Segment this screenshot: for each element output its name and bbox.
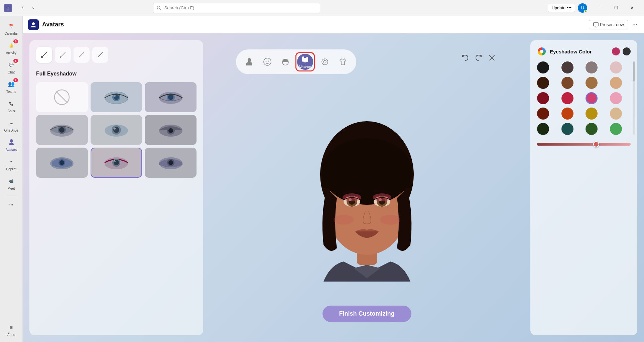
svg-point-39 (114, 160, 116, 162)
sidebar-item-label: Apps (7, 333, 15, 337)
color-option[interactable] (610, 77, 622, 89)
toolbar-btn-body[interactable] (241, 54, 257, 70)
eyeshadow-option-6[interactable] (36, 148, 88, 178)
svg-point-35 (59, 160, 64, 165)
app-header-right: Present now ··· (589, 20, 639, 29)
eyeshadow-option-1[interactable] (91, 82, 142, 112)
color-option[interactable] (586, 123, 598, 135)
minimize-button[interactable]: − (593, 3, 608, 13)
eyeshadow-option-5[interactable] (145, 115, 197, 145)
search-bar[interactable] (153, 3, 320, 13)
color-option[interactable] (537, 61, 549, 73)
sidebar-item-onedrive[interactable]: ☁ OneDrive (0, 116, 22, 135)
svg-point-44 (264, 58, 271, 65)
makeup-tab-4[interactable] (92, 47, 108, 63)
color-option-selected[interactable] (586, 92, 598, 104)
finish-customizing-button[interactable]: Finish Customizing (323, 306, 411, 322)
sidebar-item-teams[interactable]: 👥 2 Teams (0, 77, 22, 96)
svg-point-70 (334, 215, 354, 225)
sidebar-item-label: Teams (6, 90, 16, 94)
svg-point-19 (114, 95, 116, 97)
copilot-icon: ✦ (7, 157, 16, 166)
activity-icon: 🔔 6 (7, 41, 16, 50)
sidebar-bottom: ⊞ Apps (5, 320, 17, 339)
redo-button[interactable] (473, 52, 485, 64)
toolbar-makeup-wrapper: Makeup (295, 52, 315, 71)
search-input[interactable] (164, 5, 316, 10)
eyeshadow-option-8[interactable] (145, 148, 197, 178)
color-option[interactable] (561, 77, 573, 89)
color-option[interactable] (537, 92, 549, 104)
user-avatar[interactable]: U (578, 3, 587, 13)
color-option[interactable] (561, 108, 573, 120)
scrollbar-thumb[interactable] (633, 61, 635, 81)
color-option[interactable] (537, 108, 549, 120)
color-scrollbar[interactable] (633, 61, 635, 135)
sidebar-item-calls[interactable]: 📞 Calls (0, 96, 22, 116)
color-option[interactable] (561, 123, 573, 135)
update-button[interactable]: Update ••• (548, 4, 575, 12)
svg-point-45 (265, 61, 266, 62)
makeup-tab-eyeshadow[interactable] (36, 47, 52, 63)
svg-rect-43 (248, 58, 251, 62)
calls-icon: 📞 (7, 99, 16, 108)
maximize-button[interactable]: ❐ (609, 3, 624, 13)
sidebar-item-chat[interactable]: 💬 5 Chat (0, 57, 22, 77)
color-option[interactable] (586, 77, 598, 89)
sidebar-item-label: Copilot (6, 167, 16, 171)
selected-color-1[interactable] (612, 47, 620, 55)
update-dots: ••• (567, 5, 571, 10)
color-option[interactable] (537, 123, 549, 135)
toolbar-btn-makeup[interactable]: Makeup (297, 54, 313, 70)
sidebar-item-copilot[interactable]: ✦ Copilot (0, 154, 22, 174)
svg-point-22 (168, 95, 173, 100)
sidebar-item-more[interactable]: ••• (0, 197, 22, 212)
sidebar-item-activity[interactable]: 🔔 6 Activity (0, 38, 22, 57)
eyeshadow-option-3[interactable] (36, 115, 88, 145)
color-option[interactable] (610, 92, 622, 104)
makeup-label: Makeup (299, 65, 311, 69)
sidebar-item-apps[interactable]: ⊞ Apps (5, 320, 17, 339)
sidebar-item-meet[interactable]: 📹 Meet (0, 174, 22, 193)
color-option[interactable] (561, 92, 573, 104)
eyeshadow-option-2[interactable] (145, 82, 197, 112)
header-more-button[interactable]: ··· (631, 20, 639, 29)
makeup-tab-3[interactable] (74, 47, 90, 63)
color-option[interactable] (610, 108, 622, 120)
eyeshadow-option-4[interactable] (91, 115, 142, 145)
sidebar-item-label: Meet (7, 187, 15, 190)
makeup-tab-bar (36, 47, 197, 63)
sidebar-item-avatars[interactable]: Avatars (0, 135, 22, 154)
svg-line-3 (160, 8, 161, 10)
present-icon (593, 22, 599, 27)
eyeshadow-option-none[interactable] (36, 82, 88, 112)
color-option[interactable] (561, 61, 573, 73)
color-option[interactable] (610, 123, 622, 135)
color-option[interactable] (537, 77, 549, 89)
makeup-tab-2[interactable] (55, 47, 71, 63)
svg-point-25 (59, 127, 65, 133)
toolbar-btn-face[interactable] (259, 54, 275, 70)
toolbar-btn-accessories[interactable] (317, 54, 333, 70)
selected-color-2[interactable] (623, 47, 631, 55)
slider-thumb (593, 141, 599, 147)
close-button[interactable]: ✕ (625, 3, 640, 13)
toolbar-btn-clothing[interactable] (335, 54, 351, 70)
undo-button[interactable] (459, 52, 471, 64)
color-option[interactable] (586, 61, 598, 73)
color-panel-header: Eyeshadow Color (537, 47, 631, 56)
eyeshadow-option-7[interactable] (91, 148, 142, 178)
toolbar-btn-hair[interactable] (277, 54, 293, 70)
close-editor-button[interactable] (486, 52, 498, 64)
sidebar-item-calendar[interactable]: 📅 Calendar (0, 19, 22, 38)
forward-button[interactable]: › (28, 3, 38, 13)
svg-rect-48 (302, 56, 304, 62)
color-option[interactable] (586, 108, 598, 120)
avatar-toolbar: Makeup (236, 49, 356, 74)
back-button[interactable]: ‹ (17, 3, 27, 13)
present-now-button[interactable]: Present now (589, 20, 628, 29)
color-option[interactable] (610, 61, 622, 73)
center-area: Makeup (210, 33, 524, 342)
color-slider-track (537, 143, 631, 146)
svg-rect-8 (594, 23, 598, 26)
